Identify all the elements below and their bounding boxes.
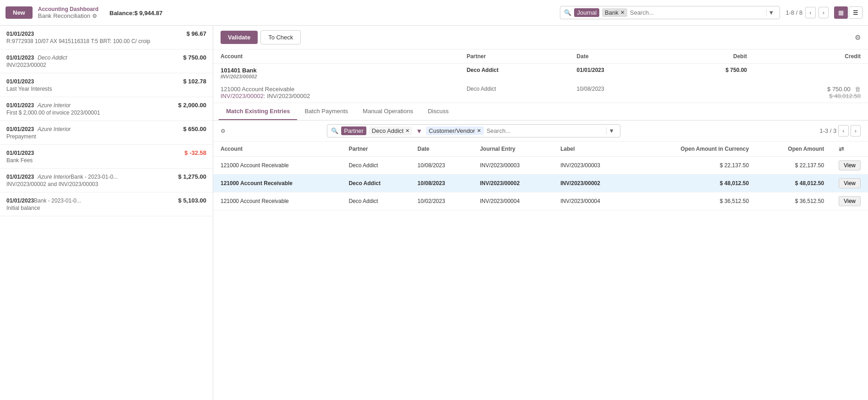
match-open-amount: $ 36,512.50 (756, 192, 831, 210)
match-row[interactable]: 121000 Account Receivable Deco Addict 10… (213, 192, 868, 210)
partner-filter-tag[interactable]: Partner (341, 126, 366, 135)
search-input[interactable] (630, 9, 762, 16)
list-date: 01/01/2023 (6, 197, 34, 204)
tab-manual-operations[interactable]: Manual Operations (355, 103, 420, 120)
match-view-cell: View (831, 192, 868, 210)
match-journal-entry: INV/2023/00002 (473, 175, 553, 192)
bank-filter-close[interactable]: ✕ (620, 10, 625, 16)
breadcrumb-sub: Bank Reconciliation ⚙ (38, 12, 99, 19)
partner-value-close[interactable]: ✕ (405, 128, 409, 134)
list-partner: Azure Interior (38, 174, 71, 180)
match-open-currency: $ 22,137.50 (634, 157, 756, 175)
breadcrumb-top-link[interactable]: Accounting Dashboard (38, 6, 99, 12)
kanban-view-button[interactable]: ▦ (834, 6, 848, 19)
match-date: 10/08/2023 (410, 157, 473, 175)
delete-entry-icon[interactable]: 🗑 (855, 86, 861, 93)
list-partner: Azure Interior (38, 126, 71, 132)
adjust-columns-icon[interactable]: ⇄ (839, 145, 844, 153)
customer-vendor-tag[interactable]: Customer/Vendor ✕ (426, 126, 484, 135)
match-partner: Deco Addict (341, 157, 410, 175)
match-label: INV/2023/00002 (553, 175, 634, 192)
col-partner: Partner (459, 49, 569, 64)
right-panel-settings-icon[interactable]: ⚙ (855, 33, 861, 42)
list-item[interactable]: 01/01/2023$ 102.78Last Year Interests (0, 73, 213, 97)
journal-tag[interactable]: Journal (574, 8, 599, 17)
search-icon: 🔍 (564, 9, 571, 16)
match-col-open-currency: Open Amount in Currency (634, 142, 756, 157)
match-label: INV/2023/00004 (553, 192, 634, 210)
list-item[interactable]: 01/01/2023Deco Addict$ 750.00INV/2023/00… (0, 49, 213, 73)
match-account: 121000 Account Receivable (213, 192, 341, 210)
secondary-partner: Deco Addict (459, 82, 569, 103)
search-dropdown-arrow[interactable]: ▼ (766, 9, 776, 16)
list-view-button[interactable]: ☰ (849, 6, 862, 19)
match-account: 121000 Account Receivable (213, 175, 341, 192)
new-button[interactable]: New (6, 6, 33, 19)
match-search-dropdown[interactable]: ▼ (606, 127, 616, 134)
match-open-amount: $ 22,137.50 (756, 157, 831, 175)
list-item[interactable]: 01/01/2023Azure Interior$ 2,000.00First … (0, 97, 213, 121)
list-date: 01/01/2023 (6, 31, 34, 37)
match-account: 121000 Account Receivable (213, 157, 341, 175)
journal-secondary-row: 121000 Account Receivable INV/2023/00002… (213, 82, 868, 103)
tocheck-button[interactable]: To Check (260, 30, 301, 44)
list-amount: $ 2,000.00 (178, 102, 206, 109)
secondary-debit (669, 82, 754, 103)
list-item[interactable]: 01/01/2023$ 96.67R:9772938 10/07 AX 9415… (0, 26, 213, 49)
match-col-open-amount: Open Amount (756, 142, 831, 157)
deco-addict-tag[interactable]: Deco Addict ✕ (369, 126, 412, 135)
invoice-link[interactable]: INV/2023/00002 (221, 93, 264, 99)
list-item[interactable]: 01/01/2023Azure Interior$ 650.00Prepayme… (0, 121, 213, 145)
primary-partner: Deco Addict (459, 64, 569, 83)
list-amount: $ 1,275.00 (178, 173, 206, 180)
list-desc: Prepayment (6, 133, 206, 140)
view-button[interactable]: View (839, 160, 861, 170)
list-item[interactable]: 01/01/2023$ -32.58Bank Fees (0, 145, 213, 169)
tab-discuss[interactable]: Discuss (420, 103, 456, 120)
match-label: INV/2023/00003 (553, 157, 634, 175)
left-panel: 01/01/2023$ 96.67R:9772938 10/07 AX 9415… (0, 26, 213, 400)
list-amount: $ 650.00 (183, 126, 206, 132)
match-col-date: Date (410, 142, 473, 157)
match-search-input[interactable] (487, 127, 602, 134)
list-desc: INV/2023/00002 and INV/2023/00003 (6, 181, 206, 187)
list-desc: R:9772938 10/07 AX 9415116318 T:5 BRT: 1… (6, 38, 206, 44)
list-item[interactable]: 01/01/2023Azure InteriorBank - 2023-01-0… (0, 169, 213, 192)
list-desc: Initial balance (6, 205, 206, 211)
match-prev-button[interactable]: ‹ (838, 125, 848, 137)
filter-funnel-icon: ▼ (416, 127, 422, 135)
match-col-partner: Partner (341, 142, 410, 157)
match-col-label: Label (553, 142, 634, 157)
list-item[interactable]: 01/01/2023Bank - 2023-01-0...$ 5,103.00I… (0, 192, 213, 216)
view-button[interactable]: View (839, 178, 861, 188)
customer-vendor-close[interactable]: ✕ (477, 128, 481, 134)
journal-table: Account Partner Date Debit Credit 101401… (213, 49, 868, 103)
list-bank: Bank - 2023-01-0... (71, 174, 118, 180)
bank-filter-tag[interactable]: Bank ✕ (602, 8, 627, 17)
match-col-je: Journal Entry (473, 142, 553, 157)
match-col-actions: ⇄ (831, 142, 868, 157)
validate-button[interactable]: Validate (221, 31, 258, 44)
view-button[interactable]: View (839, 196, 861, 206)
next-page-button[interactable]: › (818, 7, 829, 18)
tab-match-existing-entries[interactable]: Match Existing Entries (219, 103, 297, 120)
match-view-cell: View (831, 157, 868, 175)
app-container: New Accounting Dashboard Bank Reconcilia… (0, 0, 868, 400)
breadcrumb-settings-icon[interactable]: ⚙ (92, 13, 97, 19)
tab-batch-payments[interactable]: Batch Payments (297, 103, 355, 120)
action-bar: Validate To Check ⚙ (213, 26, 868, 49)
primary-credit (754, 64, 868, 83)
match-partner: Deco Addict (341, 192, 410, 210)
match-col-account: Account (213, 142, 341, 157)
match-row[interactable]: 121000 Account Receivable Deco Addict 10… (213, 175, 868, 192)
match-row[interactable]: 121000 Account Receivable Deco Addict 10… (213, 157, 868, 175)
match-journal-entry: INV/2023/00003 (473, 157, 553, 175)
secondary-credit: $ 750.00 🗑 $ 48,012.50 (754, 82, 868, 103)
view-toggle: ▦ ☰ (834, 6, 862, 19)
list-partner: Deco Addict (38, 55, 67, 61)
list-amount: $ 5,103.00 (178, 197, 206, 204)
prev-page-button[interactable]: ‹ (805, 7, 815, 18)
match-settings-icon[interactable]: ⚙ (221, 128, 226, 134)
match-pagination: 1-3 / 3 ‹ › (819, 125, 861, 137)
match-next-button[interactable]: › (851, 125, 861, 137)
